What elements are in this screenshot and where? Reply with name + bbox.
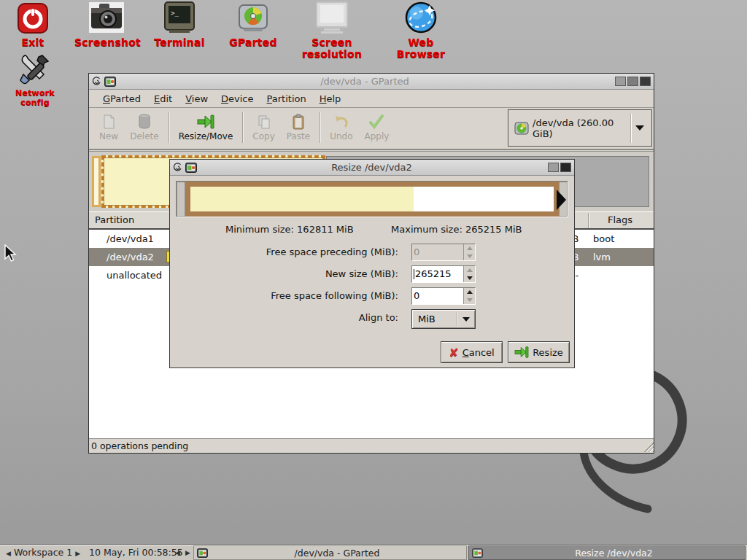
close-button[interactable] [640,77,651,86]
resize-arrow-icon [514,346,529,359]
icon-label: Network config [3,88,67,107]
column-header-flags[interactable]: Flags [588,212,652,228]
partition-block-vda1[interactable] [92,156,101,207]
slider-used [190,187,414,211]
window-menu-swirl-icon[interactable] [173,163,182,172]
desktop-icon-web-browser[interactable]: Web Browser [385,1,457,60]
power-icon [17,2,49,34]
camera-icon [89,1,124,34]
combo-separator [457,312,457,327]
menu-bar: GParted Edit View Device Partition Help [89,90,654,108]
icon-label: Screen resolution [283,36,381,60]
window-resize-grip[interactable] [642,440,654,452]
toolbar: New Delete Resize/Move [89,108,654,150]
workspace-label: Workspace 1 [14,547,72,558]
free-space-following-input[interactable]: 0 [411,287,476,305]
chevron-down-icon [462,317,470,322]
menu-gparted[interactable]: GParted [96,91,147,106]
workspace-switcher[interactable]: ◀ Workspace 1 ▶ [6,546,80,559]
spinner [463,244,475,260]
combo-separator [630,114,631,143]
window-title: /dev/vda - GParted [116,76,614,87]
task-button-resize-dialog[interactable]: Resize /dev/vda2 [468,545,746,560]
resize-slider [176,181,568,217]
text-caret [414,269,414,279]
desktop-icon-screenshot[interactable]: Screenshot [74,1,139,48]
gparted-app-icon [104,77,116,87]
device-label: /dev/vda (260.00 GiB) [533,117,626,139]
cancel-x-icon: ✘ [449,346,458,359]
free-space-preceding-input: 0 [411,244,476,261]
undo-button[interactable]: Undo [324,110,358,144]
icon-label: Exit [7,36,58,48]
workspace-prev-icon[interactable]: ◀ [6,550,11,557]
task-button-gparted[interactable]: /dev/vda - GParted [193,545,467,560]
gparted-app-icon [197,548,208,558]
toolbar-separator [242,112,243,143]
paste-icon [292,112,305,131]
gparted-disk-icon [236,1,270,34]
maximize-button[interactable] [548,163,559,172]
apply-icon [368,112,384,131]
gparted-app-icon [472,548,483,558]
slider-right-arrow-icon[interactable] [557,190,566,210]
cancel-button[interactable]: ✘ Cancel [441,341,503,363]
align-to-row: Align to: MiB [170,309,574,330]
new-size-input[interactable]: 265215 [411,265,476,283]
monitor-icon [314,1,350,34]
desktop-icon-gparted[interactable]: GParted [221,1,285,48]
column-header-partition[interactable]: Partition [95,212,134,228]
slider-left-handle[interactable] [177,182,185,217]
free-space-preceding-row: Free space preceding (MiB): 0 [170,244,574,261]
desktop-icon-screen-resolution[interactable]: Screen resolution [283,1,381,60]
globe-icon [403,1,438,34]
resize-dialog: Resize /dev/vda2 Minimum size: 162811 Mi… [169,159,575,368]
menu-device[interactable]: Device [214,91,260,106]
workspace-next-icon[interactable]: ▶ [75,550,80,557]
menu-partition[interactable]: Partition [260,91,313,106]
icon-label: Terminal [147,36,212,48]
desktop-icon-terminal[interactable]: >_ Terminal [147,1,212,48]
apply-button[interactable]: Apply [359,110,395,144]
slider-partition-body[interactable] [185,182,559,217]
menu-edit[interactable]: Edit [147,91,179,106]
mouse-cursor [4,244,18,263]
desktop-icon-network-config[interactable]: Network config [3,51,67,107]
desktop-icon-exit[interactable]: Exit [7,2,58,48]
tasklist-next-icon[interactable]: ▶ [185,546,190,559]
status-bar: 0 operations pending [89,438,654,453]
new-button[interactable]: New [93,110,124,144]
maximize-button[interactable] [627,77,638,86]
free-space-following-row: Free space following (MiB): 0 [170,287,574,305]
delete-icon [138,112,151,131]
delete-button[interactable]: Delete [124,110,164,144]
chevron-down-icon[interactable] [635,125,644,131]
resize-move-button[interactable]: Resize/Move [173,110,239,144]
copy-icon [257,112,271,131]
task-label: Resize /dev/vda2 [483,548,745,559]
taskbar: ◀ Workspace 1 ▶ 10 May, Fri 00:58:55 ◀ ▶… [0,544,747,560]
dialog-titlebar[interactable]: Resize /dev/vda2 [170,160,574,176]
tasklist-prev-icon[interactable]: ◀ [175,546,180,559]
menu-view[interactable]: View [179,91,214,106]
gparted-app-icon [185,163,197,173]
copy-button[interactable]: Copy [247,110,280,144]
icon-label: GParted [221,36,285,48]
task-label: /dev/vda - GParted [208,548,466,559]
main-window-titlebar[interactable]: /dev/vda - GParted [89,74,654,90]
spinner[interactable] [463,266,475,282]
svg-text:>_: >_ [171,9,179,17]
spinner[interactable] [463,288,475,304]
close-button[interactable] [560,163,571,172]
align-to-dropdown[interactable]: MiB [411,309,476,329]
dialog-title: Resize /dev/vda2 [197,162,546,173]
toolbar-separator [320,112,320,143]
minimize-button[interactable] [615,77,626,86]
icon-label: Screenshot [74,36,139,48]
resize-move-icon [197,112,214,131]
menu-help[interactable]: Help [313,91,348,106]
device-selector[interactable]: /dev/vda (260.00 GiB) [508,109,652,147]
paste-button[interactable]: Paste [281,110,316,144]
window-menu-swirl-icon[interactable] [92,77,101,86]
resize-confirm-button[interactable]: Resize [508,341,570,363]
